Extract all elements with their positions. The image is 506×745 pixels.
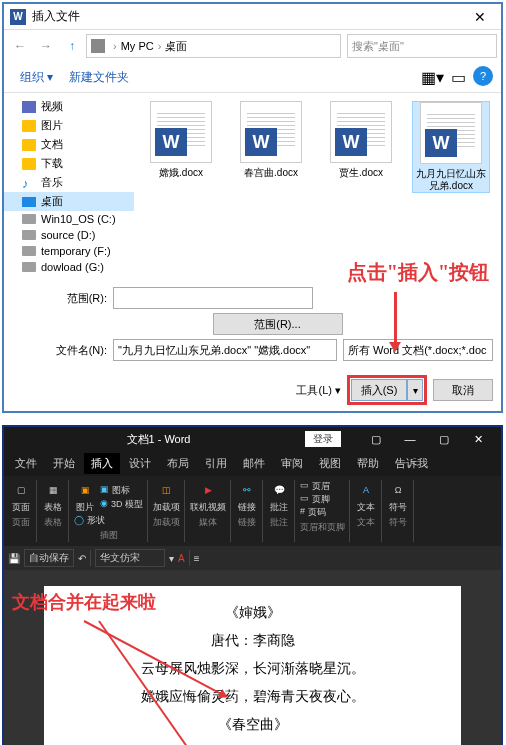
file-name: 嫦娥.docx	[142, 167, 220, 179]
nav-up[interactable]: ↑	[60, 34, 84, 58]
doc-line: 云母屏风烛影深，长河渐落晓星沉。	[74, 654, 431, 682]
login-button[interactable]: 登录	[305, 431, 341, 447]
word-title: 文档1 - Word	[12, 432, 305, 447]
folder-icon	[22, 120, 36, 132]
sidebar-item-documents[interactable]: 文档	[4, 135, 134, 154]
tab-tellme[interactable]: 告诉我	[388, 453, 435, 474]
filename-label: 文件名(N):	[12, 343, 107, 358]
insert-button[interactable]: 插入(S)	[351, 379, 407, 401]
word-titlebar: 文档1 - Word 登录 ▢ — ▢ ✕	[4, 427, 501, 451]
comment-button[interactable]: 💬批注	[268, 480, 290, 514]
tab-insert[interactable]: 插入	[84, 453, 120, 474]
sidebar-item-music[interactable]: ♪音乐	[4, 173, 134, 192]
file-item[interactable]: W 春宫曲.docx	[232, 101, 310, 193]
tab-view[interactable]: 视图	[312, 453, 348, 474]
docx-icon: W	[330, 101, 392, 163]
tools-dropdown[interactable]: 工具(L) ▾	[296, 383, 341, 398]
sidebar-item-desktop[interactable]: 桌面	[4, 192, 134, 211]
file-item[interactable]: W 九月九日忆山东兄弟.docx	[412, 101, 490, 193]
tab-file[interactable]: 文件	[8, 453, 44, 474]
file-item[interactable]: W 嫦娥.docx	[142, 101, 220, 193]
crumb-pc[interactable]: My PC	[121, 40, 154, 52]
sidebar-item-disk-g[interactable]: dowload (G:)	[4, 259, 134, 275]
footer-button[interactable]: ▭页脚	[300, 493, 345, 506]
sidebar-item-disk-f[interactable]: temporary (F:)	[4, 243, 134, 259]
minimize-button[interactable]: —	[395, 433, 425, 446]
cancel-button[interactable]: 取消	[433, 379, 493, 401]
tab-help[interactable]: 帮助	[350, 453, 386, 474]
organize-button[interactable]: 组织 ▾	[12, 67, 61, 88]
links-button[interactable]: ⚯链接	[236, 480, 258, 514]
align-button[interactable]: ≡	[194, 553, 200, 564]
search-input[interactable]: 搜索"桌面"	[347, 34, 497, 58]
tab-design[interactable]: 设计	[122, 453, 158, 474]
save-icon[interactable]: 💾	[8, 553, 20, 564]
range-input[interactable]	[113, 287, 313, 309]
shapes-button[interactable]: ◯ 形状	[74, 514, 105, 527]
filetype-select[interactable]	[343, 339, 493, 361]
symbol-button[interactable]: Ω符号	[387, 480, 409, 514]
doc-title: 《春空曲》	[74, 710, 431, 738]
sidebar-item-video[interactable]: 视频	[4, 97, 134, 116]
pages-button[interactable]: ▢页面	[10, 480, 32, 514]
pc-icon	[91, 39, 105, 53]
sidebar-item-pictures[interactable]: 图片	[4, 116, 134, 135]
docx-icon: W	[420, 102, 482, 164]
pagenum-button[interactable]: #页码	[300, 506, 345, 519]
insert-button-highlight: 插入(S) ▾	[347, 375, 427, 405]
preview-button[interactable]: ▭	[447, 66, 469, 88]
desktop-icon	[22, 197, 36, 207]
tab-layout[interactable]: 布局	[160, 453, 196, 474]
help-button[interactable]: ?	[473, 66, 493, 86]
header-button[interactable]: ▭页眉	[300, 480, 345, 493]
range-label: 范围(R):	[12, 291, 107, 306]
new-folder-button[interactable]: 新建文件夹	[61, 67, 137, 88]
sidebar-item-downloads[interactable]: 下载	[4, 154, 134, 173]
range-button[interactable]: 范围(R)...	[213, 313, 343, 335]
disk-icon	[22, 262, 36, 272]
nav-forward: →	[34, 34, 58, 58]
autosave-toggle[interactable]: 自动保存	[24, 549, 74, 567]
window-options[interactable]: ▢	[361, 433, 391, 446]
word-window: 文档1 - Word 登录 ▢ — ▢ ✕ 文件 开始 插入 设计 布局 引用 …	[2, 425, 503, 745]
merge-annotation: 文档合并在起来啦	[12, 590, 156, 614]
sidebar-item-disk-d[interactable]: source (D:)	[4, 227, 134, 243]
doc-line: 嫦娥应悔偷灵药，碧海青天夜夜心。	[74, 682, 431, 710]
file-item[interactable]: W 贾生.docx	[322, 101, 400, 193]
video-button[interactable]: ▶联机视频	[190, 480, 226, 514]
icons-button[interactable]: ▣图标	[100, 484, 143, 497]
undo-button[interactable]: ↶	[78, 553, 86, 564]
picture-button[interactable]: ▣图片	[74, 480, 96, 514]
tab-home[interactable]: 开始	[46, 453, 82, 474]
3dmodel-button[interactable]: ◉3D 模型	[100, 498, 143, 511]
toolbar: 组织 ▾ 新建文件夹 ▦▾ ▭ ?	[4, 62, 501, 93]
music-icon: ♪	[22, 176, 36, 190]
sidebar: 视频 图片 文档 下载 ♪音乐 桌面 Win10_OS (C:) source …	[4, 93, 134, 279]
close-button[interactable]: ✕	[465, 9, 495, 25]
file-area[interactable]: W 嫦娥.docx W 春宫曲.docx W 贾生.docx W 九月九日忆山东…	[134, 93, 501, 279]
file-name: 九月九日忆山东兄弟.docx	[413, 168, 489, 192]
tab-references[interactable]: 引用	[198, 453, 234, 474]
breadcrumb[interactable]: › My PC › 桌面	[86, 34, 341, 58]
tab-mailings[interactable]: 邮件	[236, 453, 272, 474]
insert-dropdown[interactable]: ▾	[407, 379, 423, 401]
dialog-title: 插入文件	[32, 8, 465, 25]
addins-button[interactable]: ◫加载项	[153, 480, 180, 514]
view-button[interactable]: ▦▾	[421, 66, 443, 88]
nav-back[interactable]: ←	[8, 34, 32, 58]
filename-input[interactable]	[113, 339, 337, 361]
crumb-folder[interactable]: 桌面	[165, 39, 187, 54]
maximize-button[interactable]: ▢	[429, 433, 459, 446]
tab-review[interactable]: 审阅	[274, 453, 310, 474]
docx-icon: W	[240, 101, 302, 163]
file-name: 春宫曲.docx	[232, 167, 310, 179]
ribbon: ▢页面页面 ▦表格表格 ▣图片 ▣图标 ◉3D 模型 ◯ 形状 插图 ◫加载项加…	[4, 476, 501, 546]
nav-bar: ← → ↑ › My PC › 桌面 搜索"桌面"	[4, 30, 501, 62]
sidebar-item-disk-c[interactable]: Win10_OS (C:)	[4, 211, 134, 227]
font-color[interactable]: A	[178, 553, 185, 564]
table-button[interactable]: ▦表格	[42, 480, 64, 514]
close-button[interactable]: ✕	[463, 433, 493, 446]
font-select[interactable]: 华文仿宋	[95, 549, 165, 567]
text-button[interactable]: A文本	[355, 480, 377, 514]
font-size[interactable]: ▾	[169, 553, 174, 564]
